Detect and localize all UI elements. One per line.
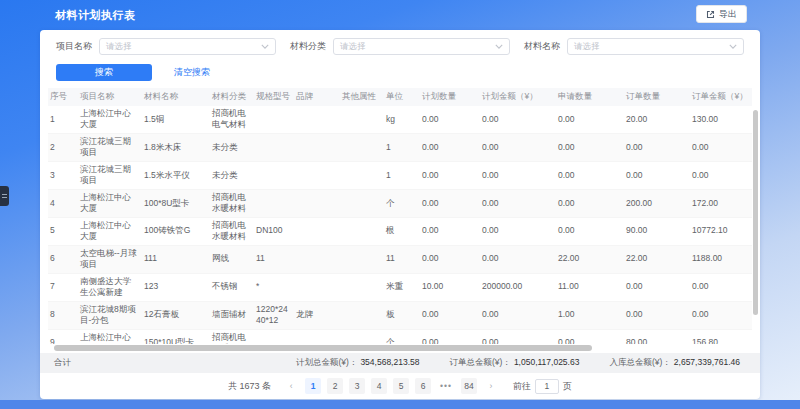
plan-total: 计划总金额(¥)： 354,568,213.58 — [296, 357, 419, 369]
horizontal-scrollbar[interactable] — [54, 345, 592, 351]
export-icon — [706, 10, 715, 19]
project-select[interactable]: 请选择 — [99, 38, 276, 55]
category-filter-label: 材料分类 — [290, 40, 326, 53]
table-cell: 0.00 — [690, 279, 752, 294]
table-cell: 0.00 — [556, 112, 624, 127]
table-cell: 11 — [254, 251, 294, 266]
page-button-3[interactable]: 3 — [349, 378, 365, 394]
column-header: 计划金额（¥） — [480, 89, 556, 104]
table-cell: 3 — [48, 168, 78, 183]
search-button[interactable]: 搜索 — [56, 64, 152, 81]
table-cell: 0.00 — [480, 335, 556, 344]
table-cell: 个 — [384, 335, 420, 344]
table-cell: DN100 — [254, 223, 294, 238]
table-row[interactable]: 9上海松江中心大厦150*10U型卡招商机电 水暖材料个0.000.000.00… — [48, 330, 752, 345]
table-cell: kg — [384, 112, 420, 127]
table-row[interactable]: 3滨江花城三期项目1.5米水平仪未分类10.000.000.000.000.00 — [48, 162, 752, 190]
export-button[interactable]: 导出 — [696, 5, 747, 23]
inbound-total-label: 入库总金额(¥)： — [609, 357, 670, 369]
table-cell — [294, 201, 340, 205]
table-cell: 0.00 — [420, 251, 480, 266]
table-row[interactable]: 5上海松江中心大厦100铸铁管G招商机电 水暖材料DN100根0.000.000… — [48, 218, 752, 246]
table-cell: 2 — [48, 140, 78, 155]
table-row[interactable]: 4上海松江中心大厦100*8U型卡招商机电 水暖材料个0.000.000.002… — [48, 190, 752, 218]
table-cell: 0.00 — [556, 196, 624, 211]
page-button-84[interactable]: 84 — [461, 378, 477, 394]
goto-page-input[interactable] — [535, 379, 559, 394]
table-cell — [340, 117, 384, 121]
page-button-6[interactable]: 6 — [415, 378, 431, 394]
table-cell: 上海松江中心大厦 — [78, 330, 142, 345]
category-select[interactable]: 请选择 — [333, 38, 510, 55]
pagination: 共 1673 条 ‹ 123456•••84 › 前往 页 — [40, 373, 760, 399]
table-cell: 招商机电 水暖材料 — [210, 218, 254, 245]
table-row[interactable]: 1上海松江中心大厦1.5铜招商机电 电气材料kg0.000.000.0020.0… — [48, 106, 752, 134]
column-header: 规格型号 — [254, 89, 294, 104]
summary-row: 合计 计划总金额(¥)： 354,568,213.58 订单总金额(¥)： 1,… — [40, 353, 760, 373]
table-cell: 1 — [384, 168, 420, 183]
column-header: 计划数量 — [420, 89, 480, 104]
bottom-strip — [0, 400, 800, 409]
table-cell — [254, 145, 294, 149]
sidebar-collapse-handle[interactable] — [0, 186, 9, 206]
vertical-scrollbar[interactable] — [753, 110, 758, 315]
table-cell: 0.00 — [480, 140, 556, 155]
table-cell: 滨江花城三期项目 — [78, 134, 142, 161]
table-cell — [294, 257, 340, 261]
table-cell: 0.00 — [480, 168, 556, 183]
table-cell — [254, 201, 294, 205]
table-cell: 0.00 — [556, 223, 624, 238]
plan-total-value: 354,568,213.58 — [360, 357, 419, 369]
table-row[interactable]: 6太空电梯--月球项目111网线11110.000.0022.0022.0011… — [48, 246, 752, 274]
table-cell — [254, 173, 294, 177]
page-background: 材料计划执行表 导出 项目名称 请选择 材料分类 — [0, 0, 800, 409]
table-cell: 滨江花城三期项目 — [78, 162, 142, 189]
filter-category: 材料分类 请选择 — [290, 38, 510, 55]
goto-page-suffix: 页 — [563, 380, 572, 393]
order-total-label: 订单总金额(¥)： — [449, 357, 510, 369]
page-button-1[interactable]: 1 — [305, 378, 321, 394]
table-cell: 米重 — [384, 279, 420, 294]
table-cell: 1 — [48, 112, 78, 127]
page-button-4[interactable]: 4 — [371, 378, 387, 394]
table-cell: 100铸铁管G — [142, 223, 210, 238]
table-cell: 8 — [48, 307, 78, 322]
table-cell: 11.00 — [556, 279, 624, 294]
inbound-total: 入库总金额(¥)： 2,657,339,761.46 — [609, 357, 740, 369]
table-cell: 上海松江中心大厦 — [78, 190, 142, 217]
project-select-placeholder: 请选择 — [106, 41, 132, 53]
page-button-5[interactable]: 5 — [393, 378, 409, 394]
table-cell: 0.00 — [420, 168, 480, 183]
table-row[interactable]: 2滨江花城三期项目1.8米木床未分类10.000.000.000.000.00 — [48, 134, 752, 162]
column-header: 材料名称 — [142, 89, 210, 104]
table-cell: 招商机电 水暖材料 — [210, 190, 254, 217]
table-cell — [340, 229, 384, 233]
summary-total-label: 合计 — [54, 357, 71, 369]
table-row[interactable]: 7南侧盛达大学生公寓新建123不锈钢*米重10.00200000.0011.00… — [48, 274, 752, 302]
column-header: 材料分类 — [210, 89, 254, 104]
table-cell: 0.00 — [556, 335, 624, 344]
material-select[interactable]: 请选择 — [567, 38, 744, 55]
column-header: 项目名称 — [78, 89, 142, 104]
table-cell: 7 — [48, 279, 78, 294]
column-header: 订单金额（¥） — [690, 89, 752, 104]
table-row[interactable]: 8滨江花城8期项目-分包12石膏板墙面辅材1220*2440*12龙牌板0.00… — [48, 302, 752, 330]
table-cell: 龙牌 — [294, 307, 340, 322]
table-cell: 22.00 — [624, 251, 690, 266]
table-header-row: 序号项目名称材料名称材料分类规格型号品牌其他属性单位计划数量计划金额（¥）申请数… — [48, 88, 752, 106]
page-button-2[interactable]: 2 — [327, 378, 343, 394]
table-cell: 156.80 — [690, 335, 752, 344]
table-cell: 0.00 — [624, 279, 690, 294]
table-cell: 0.00 — [480, 223, 556, 238]
action-bar: 搜索 清空搜索 — [40, 59, 760, 88]
table-cell: 1.5米水平仪 — [142, 168, 210, 183]
table-cell: 0.00 — [480, 251, 556, 266]
table-cell: 1.5铜 — [142, 112, 210, 127]
next-page-button[interactable]: › — [483, 378, 499, 394]
filter-project: 项目名称 请选择 — [56, 38, 276, 55]
material-filter-label: 材料名称 — [524, 40, 560, 53]
clear-search-link[interactable]: 清空搜索 — [174, 66, 210, 79]
table-cell: 0.00 — [624, 168, 690, 183]
prev-page-button[interactable]: ‹ — [283, 378, 299, 394]
content-card: 项目名称 请选择 材料分类 请选择 材料名称 — [40, 30, 760, 399]
